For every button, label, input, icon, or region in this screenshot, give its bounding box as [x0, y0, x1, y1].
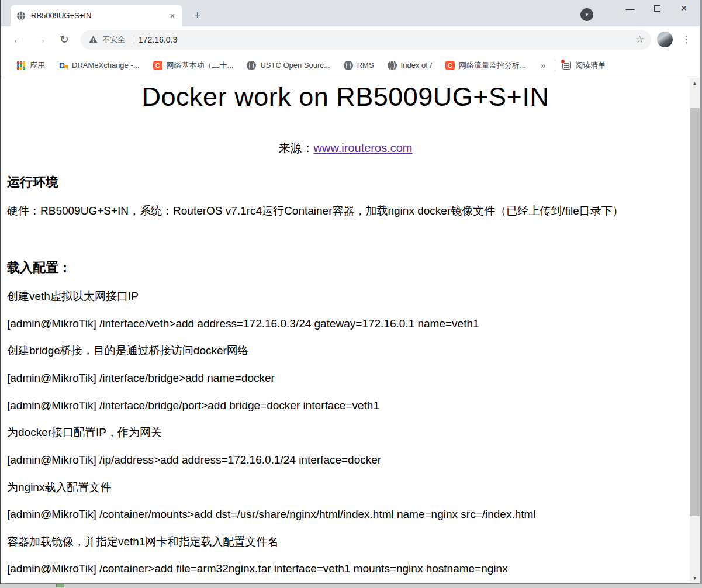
browser-menu-icon[interactable]: ⋮ — [677, 31, 695, 49]
page-content: Docker work on RB5009UG+S+IN 来源：www.irou… — [1, 78, 700, 583]
reading-list-label: 阅读清单 — [575, 60, 606, 71]
browser-tab[interactable]: RB5009UG+S+IN × — [11, 5, 182, 26]
bookmark-label: DRAMeXchange -... — [72, 61, 140, 70]
bookmarks-bar: 应用 DRAMeXchange -... 网络基本功（二十... USTC Op… — [1, 53, 700, 78]
paragraph: [admin@MikroTik] /container>add file=arm… — [7, 561, 684, 576]
security-label[interactable]: 不安全 — [102, 34, 125, 45]
apps-grid-icon — [16, 61, 26, 70]
bookmark-item[interactable]: 网络流量监控分析... — [445, 60, 526, 71]
source-line: 来源：www.irouteros.com — [7, 140, 684, 156]
minimize-button[interactable]: — — [617, 0, 644, 16]
paragraph: [admin@MikroTik] /container/mounts>add d… — [7, 507, 684, 522]
scroll-down-icon[interactable]: ▼ — [690, 573, 700, 583]
bookmarks-overflow-chevron[interactable]: » — [541, 60, 545, 70]
address-bar[interactable]: 不安全 172.16.0.3 ☆ — [81, 30, 651, 50]
desktop-strip — [0, 584, 702, 588]
paragraph: [admin@MikroTik] /interface/bridge/port>… — [7, 398, 684, 413]
close-button[interactable]: × — [670, 0, 697, 16]
paragraph: 为nginx载入配置文件 — [7, 480, 684, 495]
tab-title: RB5009UG+S+IN — [31, 11, 164, 20]
bookmark-item[interactable]: DRAMeXchange -... — [58, 61, 140, 70]
bookmark-label: 应用 — [30, 60, 45, 71]
browser-window: RB5009UG+S+IN × + ▼ — × ← → ↻ 不安全 172.16… — [1, 0, 700, 584]
globe-icon — [247, 61, 256, 70]
article-body: 运行环境 硬件：RB5009UG+S+IN，系统：RouterOS v7.1rc… — [7, 174, 684, 576]
bookmark-list: 应用 DRAMeXchange -... 网络基本功（二十... USTC Op… — [16, 60, 540, 71]
bookmarks-divider — [555, 60, 555, 71]
source-link[interactable]: www.irouteros.com — [314, 141, 413, 154]
bookmark-label: 网络流量监控分析... — [459, 60, 526, 71]
globe-icon — [344, 61, 353, 70]
bookmark-label: 网络基本功（二十... — [167, 60, 234, 71]
scrollbar-thumb[interactable] — [690, 108, 700, 516]
csdn-icon — [153, 61, 162, 70]
tab-close-icon[interactable]: × — [167, 11, 178, 21]
new-tab-button[interactable]: + — [189, 7, 206, 23]
globe-favicon-icon — [16, 11, 26, 20]
scroll-up-icon[interactable]: ▲ — [690, 78, 700, 88]
paragraph: 为docker接口配置IP，作为网关 — [7, 425, 684, 440]
bookmark-label: Index of / — [401, 61, 432, 70]
page-title: Docker work on RB5009UG+S+IN — [7, 82, 684, 112]
not-secure-warning-icon[interactable] — [89, 36, 98, 43]
paragraph: [admin@MikroTik] /interface/veth>add add… — [7, 316, 684, 331]
tab-bar: RB5009UG+S+IN × + ▼ — × — [1, 0, 700, 26]
paragraph: 容器加载镜像，并指定veth1网卡和指定载入配置文件名 — [7, 534, 684, 549]
omnibox-divider — [132, 35, 132, 44]
paragraph: 运行环境 — [7, 174, 684, 191]
tab-search-button[interactable]: ▼ — [580, 8, 593, 21]
bookmark-item[interactable]: 网络基本功（二十... — [153, 60, 234, 71]
bookmark-item[interactable]: USTC Open Sourc... — [247, 61, 330, 70]
bookmark-item[interactable]: Index of / — [388, 61, 432, 70]
csdn-icon — [445, 61, 455, 70]
bookmark-label: USTC Open Sourc... — [260, 61, 330, 70]
url-text[interactable]: 172.16.0.3 — [139, 35, 177, 44]
window-controls: — × — [617, 0, 697, 16]
article: Docker work on RB5009UG+S+IN 来源：www.irou… — [1, 78, 690, 583]
bookmark-star-icon[interactable]: ☆ — [635, 33, 644, 46]
bookmark-label: RMS — [357, 61, 374, 70]
profile-avatar[interactable] — [657, 32, 673, 47]
page-scrollbar[interactable]: ▲ ▼ — [690, 78, 700, 583]
forward-button[interactable]: → — [29, 29, 53, 50]
toolbar: ← → ↻ 不安全 172.16.0.3 ☆ ⋮ — [1, 26, 700, 53]
source-label: 来源： — [279, 141, 314, 154]
dramexchange-icon — [58, 61, 68, 70]
paragraph: 硬件：RB5009UG+S+IN，系统：RouterOS v7.1rc4运行Co… — [7, 203, 684, 219]
paragraph: 载入配置： — [7, 259, 684, 276]
paragraph: 创建veth虚拟以太网接口IP — [7, 289, 684, 304]
paragraph: 创建bridge桥接，目的是通过桥接访问docker网络 — [7, 343, 684, 358]
paragraph: [admin@MikroTik] /ip/address>add address… — [7, 452, 684, 468]
reading-list-icon — [562, 61, 571, 70]
bookmark-item[interactable]: 应用 — [16, 60, 45, 71]
reading-list-button[interactable]: 阅读清单 — [562, 60, 606, 71]
taskbar-icon — [56, 584, 64, 587]
back-button[interactable]: ← — [6, 29, 29, 50]
reload-button[interactable]: ↻ — [53, 29, 76, 50]
bookmark-item[interactable]: RMS — [344, 61, 374, 70]
maximize-icon — [654, 5, 660, 12]
paragraph: [admin@MikroTik] /interface/bridge>add n… — [7, 371, 684, 386]
globe-icon — [388, 61, 397, 70]
maximize-button[interactable] — [644, 0, 670, 16]
